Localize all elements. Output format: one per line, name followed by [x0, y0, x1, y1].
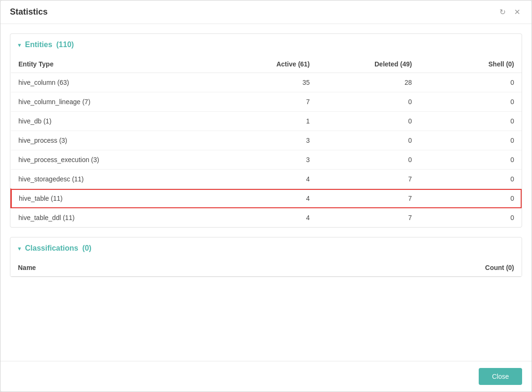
close-button[interactable]: Close — [479, 368, 522, 385]
entities-section-title: Entities (110) — [25, 41, 74, 49]
classifications-table-header-row: Name Count (0) — [10, 259, 522, 277]
shell-count-cell: 0 — [419, 208, 522, 228]
active-count-cell: 4 — [215, 170, 317, 189]
table-row[interactable]: hive_column (63)35280 — [11, 73, 522, 92]
entity-type-cell: hive_process (3) — [11, 131, 215, 150]
active-count-cell: 7 — [215, 92, 317, 112]
shell-count-cell: 0 — [419, 150, 522, 170]
col-header-name: Name — [10, 259, 230, 277]
table-row[interactable]: hive_process_execution (3)300 — [11, 150, 522, 170]
entities-table-header-row: Entity Type Active (61) Deleted (49) She… — [11, 56, 522, 73]
table-row[interactable]: hive_table_ddl (11)470 — [11, 208, 522, 228]
entity-type-cell: hive_db (1) — [11, 112, 215, 131]
active-count-cell: 4 — [215, 208, 317, 228]
dialog-body: ▾ Entities (110) Entity Type Active (61) — [0, 24, 532, 361]
header-actions: ↻ ✕ — [498, 8, 522, 17]
shell-count-cell: 0 — [419, 92, 522, 112]
classifications-section-header[interactable]: ▾ Classifications (0) — [10, 237, 522, 259]
shell-count-cell: 0 — [419, 112, 522, 131]
active-count-cell: 4 — [215, 189, 317, 208]
deleted-count-cell: 7 — [317, 208, 420, 228]
deleted-count-cell: 28 — [317, 73, 420, 92]
table-row[interactable]: hive_table (11)470 — [11, 189, 522, 208]
col-header-entity-type: Entity Type — [11, 56, 215, 73]
entity-type-cell: hive_table (11) — [11, 189, 215, 208]
shell-count-cell: 0 — [419, 131, 522, 150]
close-x-button[interactable]: ✕ — [512, 8, 522, 17]
entities-section-header[interactable]: ▾ Entities (110) — [10, 34, 522, 56]
entity-type-cell: hive_table_ddl (11) — [11, 208, 215, 228]
deleted-count-cell: 0 — [317, 112, 420, 131]
table-row[interactable]: hive_storagedesc (11)470 — [11, 170, 522, 189]
shell-count-cell: 0 — [419, 170, 522, 189]
dialog-footer: Close — [0, 361, 532, 392]
col-header-deleted: Deleted (49) — [317, 56, 420, 73]
refresh-button[interactable]: ↻ — [498, 8, 507, 17]
statistics-dialog: Statistics ↻ ✕ ▾ Entities (110) Entity T… — [0, 0, 532, 392]
dialog-title: Statistics — [10, 7, 48, 17]
table-row[interactable]: hive_column_lineage (7)700 — [11, 92, 522, 112]
col-header-count: Count (0) — [230, 259, 522, 277]
deleted-count-cell: 7 — [317, 189, 420, 208]
entity-type-cell: hive_process_execution (3) — [11, 150, 215, 170]
classifications-table: Name Count (0) — [10, 259, 522, 277]
dialog-header: Statistics ↻ ✕ — [0, 0, 532, 24]
deleted-count-cell: 0 — [317, 150, 420, 170]
entities-toggle-icon: ▾ — [18, 41, 21, 49]
classifications-section: ▾ Classifications (0) Name Count (0) — [10, 237, 522, 277]
entity-type-cell: hive_column_lineage (7) — [11, 92, 215, 112]
classifications-toggle-icon: ▾ — [18, 245, 21, 252]
entity-type-cell: hive_storagedesc (11) — [11, 170, 215, 189]
deleted-count-cell: 0 — [317, 131, 420, 150]
deleted-count-cell: 7 — [317, 170, 420, 189]
entities-table: Entity Type Active (61) Deleted (49) She… — [10, 56, 522, 227]
active-count-cell: 35 — [215, 73, 317, 92]
table-row[interactable]: hive_process (3)300 — [11, 131, 522, 150]
deleted-count-cell: 0 — [317, 92, 420, 112]
classifications-section-title: Classifications (0) — [25, 244, 91, 253]
active-count-cell: 1 — [215, 112, 317, 131]
table-row[interactable]: hive_db (1)100 — [11, 112, 522, 131]
entities-section: ▾ Entities (110) Entity Type Active (61) — [10, 33, 522, 228]
col-header-active: Active (61) — [215, 56, 317, 73]
active-count-cell: 3 — [215, 131, 317, 150]
active-count-cell: 3 — [215, 150, 317, 170]
col-header-shell: Shell (0) — [419, 56, 522, 73]
shell-count-cell: 0 — [419, 73, 522, 92]
shell-count-cell: 0 — [419, 189, 522, 208]
entity-type-cell: hive_column (63) — [11, 73, 215, 92]
